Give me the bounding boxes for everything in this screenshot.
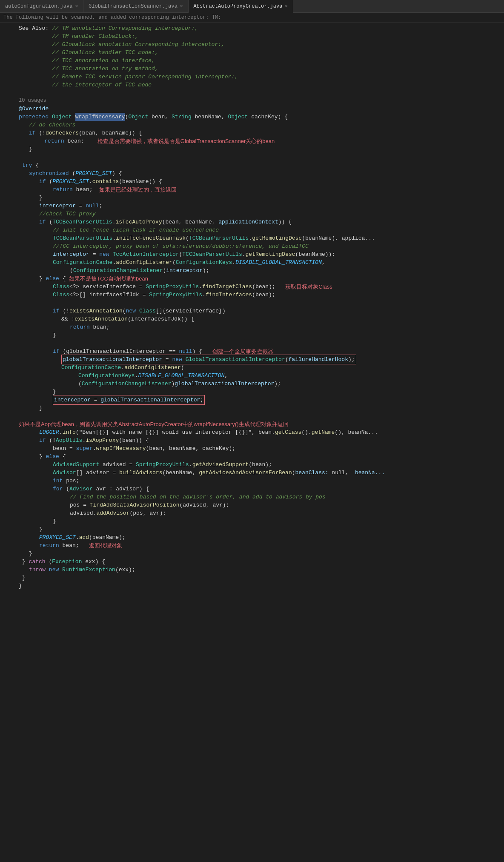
interceptor-assign-line: interceptor = globalTransactionalInterce… <box>19 396 504 404</box>
synchronized-line: synchronized (PROXYED_SET) { <box>19 169 504 178</box>
config-cache2-line1: ConfigurationCache.addConfigListener( <box>19 364 504 372</box>
main-code-content: 10 usages @Override protected Object wra… <box>17 97 504 590</box>
blank-5 <box>19 412 504 420</box>
int-pos-line: int pos; <box>19 477 504 485</box>
blank-2 <box>19 153 504 161</box>
see-also-2: // GlobalLock annotation Corresponding i… <box>19 40 504 49</box>
if-exists-annotation-line: if (!existsAnnotation(new Class[]{servic… <box>19 307 504 315</box>
throw-line: throw new RuntimeException(exx); <box>19 566 504 574</box>
close-brace-try: } <box>19 574 504 582</box>
tab-autoconfiguration[interactable]: autoConfiguration.java × <box>0 0 83 13</box>
config-cache2-line3: (ConfigurationChangeListener)globalTrans… <box>19 380 504 388</box>
zh-comment-check-bean: 检查是否需要增强，或者说是否是GlobalTransactionScanner关… <box>97 137 275 145</box>
close-brace-proxyed: } <box>19 194 504 202</box>
override-line: @Override <box>19 105 504 113</box>
see-also-6: // Remote TCC service parser Correspondi… <box>19 73 504 81</box>
tab-label: GlobalTransactionScanner.java <box>89 3 178 9</box>
else-aop-line: } else { <box>19 452 504 461</box>
tab-globalscanner[interactable]: GlobalTransactionScanner.java × <box>83 0 188 13</box>
see-also-7: // the interceptor of TCC mode <box>19 81 504 89</box>
try-line: try { <box>19 161 504 169</box>
check-tcc-comment: //check TCC proxy <box>19 210 504 218</box>
if-not-aop-proxy-line: if (!AopUtils.isAopProxy(bean)) { <box>19 436 504 444</box>
advisor-build-line: Advisor[] advisor = buildAdvisors(beanNa… <box>19 469 504 477</box>
proxyed-set-add-line: PROXYED_SET.add(beanName); <box>19 533 504 541</box>
main-code-area: 10 usages @Override protected Object wra… <box>0 95 504 592</box>
editor-container: autoConfiguration.java × GlobalTransacti… <box>0 0 504 592</box>
override-annotation: @Override <box>19 105 49 113</box>
zh-comment-return-proxy: 返回代理对象 <box>89 541 122 550</box>
if-proxyed-set-line: if (PROXYED_SET.contains(beanName)) { <box>19 178 504 186</box>
blank-3 <box>19 299 504 307</box>
init-tcc-fence-comment: // init tcc fence clean task if enable u… <box>19 226 504 234</box>
zh-comment-get-target: 获取目标对象Class <box>285 283 332 291</box>
interceptor-new-tcc-line: interceptor = new TccActionInterceptor(T… <box>19 250 504 258</box>
config-cache-line1: ConfigurationCache.addConfigListener(Con… <box>19 258 504 266</box>
tab-close-autoconfiguration[interactable]: × <box>75 4 78 9</box>
see-also-section: See Also: // TM annotation Corresponding… <box>0 23 504 91</box>
close-brace-synchronized: } <box>19 550 504 558</box>
return-bean-final-line: return bean; 返回代理对象 <box>19 541 504 550</box>
info-text: The following will be scanned, and added… <box>3 14 221 20</box>
catch-line: } catch (Exception exx) { <box>19 558 504 566</box>
close-brace-1: } <box>19 145 504 153</box>
see-also-5: // TCC annotation on try method, <box>19 65 504 73</box>
else-not-tcc-line: } else { 如果不是被TCC自动代理的bean <box>19 275 504 283</box>
red-box-global-interceptor: globalTransactionalInterceptor = new Glo… <box>61 355 356 364</box>
see-also-3: // GlobalLock handler TCC mode:, <box>19 49 504 57</box>
line-numbers-seealso <box>0 24 17 89</box>
close-brace-method: } <box>19 582 504 590</box>
close-brace-exists: } <box>19 331 504 339</box>
object-type: Object <box>52 113 75 121</box>
global-interceptor-new-line: globalTransactionalInterceptor = new Glo… <box>19 355 504 364</box>
method-signature-line: protected Object wrapIfNecessary(Object … <box>19 113 504 121</box>
tab-label: AbstractAutoProxyCreator.java <box>194 3 283 9</box>
for-advisor-line: for (Advisor avr : advisor) { <box>19 485 504 493</box>
protected-keyword: protected <box>19 113 52 121</box>
zh-comment-not-tcc: 如果不是被TCC自动代理的bean <box>69 275 148 283</box>
logger-info-line: LOGGER.info("Bean[{}] with name [{}] wou… <box>19 428 504 436</box>
config-cache-line2: (ConfigurationChangeListener)interceptor… <box>19 266 504 275</box>
config-cache2-line2: ConfigurationKeys.DISABLE_GLOBAL_TRANSAC… <box>19 372 504 380</box>
blank-line-1 <box>0 91 504 95</box>
see-also-content: See Also: // TM annotation Corresponding… <box>17 24 504 89</box>
pos-find-line: pos = findAddSeataAdvisorPosition(advise… <box>19 501 504 509</box>
info-bar: The following will be scanned, and added… <box>0 13 504 23</box>
tab-bar: autoConfiguration.java × GlobalTransacti… <box>0 0 504 13</box>
tab-abstractautoproxy[interactable]: AbstractAutoProxyCreator.java × <box>189 0 293 13</box>
tab-close-globalscanner[interactable]: × <box>180 4 183 9</box>
close-brace-else2: } <box>19 525 504 533</box>
close-brace-else: } <box>19 404 504 412</box>
service-interface-line: Class<?> serviceInterface = SpringProxyU… <box>19 283 504 291</box>
return-bean-already-line: return bean; 如果是已经处理过的，直接返回 <box>19 186 504 194</box>
advised-add-advisor-line: advised.addAdvisor(pos, avr); <box>19 509 504 517</box>
and-exists-annotation-line: && !existsAnnotation(interfacesIfJdk)) { <box>19 315 504 323</box>
method-name-highlighted: wrapIfNecessary <box>75 113 125 121</box>
red-box-interceptor-assign: interceptor = globalTransactionalInterce… <box>53 395 205 405</box>
interfaces-jdk-line: Class<?>[] interfacesIfJdk = SpringProxy… <box>19 291 504 299</box>
if-docheckers-line: if (!doCheckers(bean, beanName)) { <box>19 129 504 137</box>
see-also-label: See Also: // TM annotation Corresponding… <box>19 24 504 32</box>
return-bean-check-line: return bean; 检查是否需要增强，或者说是否是GlobalTransa… <box>19 137 504 145</box>
find-position-comment: // Find the position based on the adviso… <box>19 493 504 501</box>
see-also-1: // TM handler GlobalLock:, <box>19 32 504 40</box>
zh-comment-already-processed: 如果是已经处理过的，直接返回 <box>99 186 177 194</box>
usages-line: 10 usages <box>19 97 504 105</box>
usage-count: 10 usages <box>19 97 46 105</box>
line-numbers-main <box>0 97 17 590</box>
tab-close-abstractautoproxy[interactable]: × <box>285 4 288 9</box>
do-checkers-comment: // do checkers <box>19 121 504 129</box>
if-tcc-autoproxy-line: if (TCCBeanParserUtils.isTccAutoProxy(be… <box>19 218 504 226</box>
tab-label: autoConfiguration.java <box>5 3 72 9</box>
tcc-interceptor-comment: //TCC interceptor, proxy bean of sofa:re… <box>19 242 504 250</box>
method-params: (Object bean, String beanName, Object ca… <box>125 113 288 121</box>
close-brace-for: } <box>19 517 504 525</box>
interceptor-null-line: interceptor = null; <box>19 202 504 210</box>
see-also-4: // TCC annotation on interface, <box>19 57 504 65</box>
init-tcc-fence-line: TCCBeanParserUtils.initTccFenceCleanTask… <box>19 234 504 242</box>
zh-comment-not-aop: 如果不是Aop代理bean，则首先调用父类AbstractAutoProxyCr… <box>19 420 289 428</box>
return-bean-annotation-line: return bean; <box>19 323 504 331</box>
advised-support-line: AdvisedSupport advised = SpringProxyUtil… <box>19 461 504 469</box>
comment-docheckers: // do checkers <box>29 121 75 129</box>
blank-4 <box>19 339 504 347</box>
